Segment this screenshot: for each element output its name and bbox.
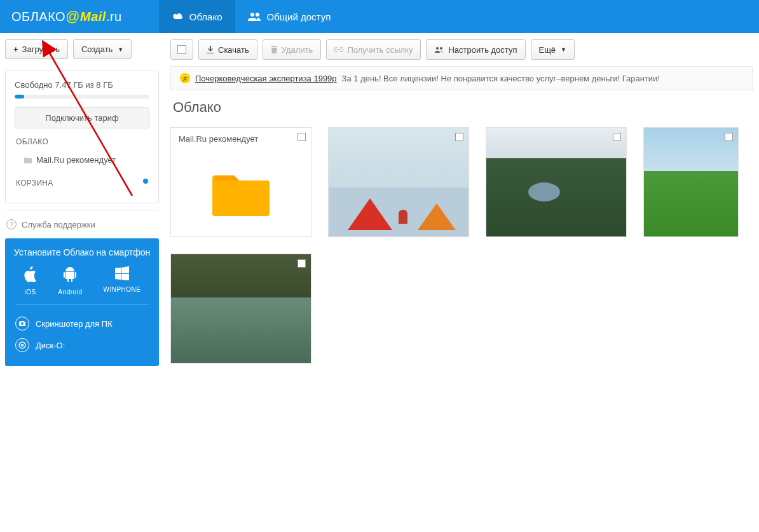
promo-android-label: Android [58,289,83,296]
storage-bar [15,95,149,99]
logo-text-2: Mail [80,10,106,24]
create-label: Создать [81,44,113,54]
tile-checkbox[interactable] [297,133,306,141]
tile-photo-2[interactable] [486,127,627,237]
download-button[interactable]: Скачать [198,39,257,60]
delete-button[interactable]: Удалить [263,39,322,60]
trash-section-label[interactable]: КОРЗИНА [16,179,53,188]
support-link[interactable]: ? Служба поддержки [5,210,159,238]
tile-checkbox[interactable] [613,133,621,141]
promo-disk-o[interactable]: Диск-О: [13,334,151,356]
android-icon [63,266,77,283]
people-icon [248,12,262,21]
svg-point-0 [250,13,254,17]
delete-label: Удалить [282,45,313,55]
camera-icon [15,317,29,331]
cloud-section-label: ОБЛАКО [16,137,148,146]
tile-label: Mail.Ru рекомендует [171,128,311,150]
promo-screenshoter[interactable]: Скриншотер для ПК [13,313,151,334]
promo-title: Установите Облако на смартфон [13,247,151,257]
tile-photo-1[interactable] [328,127,469,237]
upload-button[interactable]: + Загрузить [5,39,68,59]
tab-shared[interactable]: Общий доступ [235,0,344,33]
tile-checkbox[interactable] [455,133,463,141]
download-icon [207,46,214,53]
storage-fill [15,95,24,99]
svg-point-1 [256,13,259,17]
page-title: Облако [170,99,753,116]
tile-folder-recommended[interactable]: Mail.Ru рекомендует [170,127,311,237]
chevron-down-icon: ▼ [561,46,566,53]
promo-disk-label: Диск-О: [36,341,65,350]
more-label: Ещё [539,45,556,55]
svg-point-4 [22,344,24,346]
svg-point-3 [19,342,25,348]
tab-cloud-label: Облако [189,11,222,22]
trash-indicator-dot [143,179,148,184]
svg-point-5 [436,47,439,50]
logo-text-3: .ru [106,10,122,24]
tile-checkbox[interactable] [297,259,306,268]
more-button[interactable]: Ещё ▼ [531,39,575,60]
cloud-icon [172,12,184,21]
checkbox-icon [177,45,186,54]
ad-icon: я [180,73,190,83]
windows-icon [115,266,129,280]
link-icon [334,47,343,52]
storage-text: Свободно 7.47 ГБ из 8 ГБ [15,80,149,90]
get-link-label: Получить ссылку [347,45,413,55]
disk-icon [15,338,29,352]
main-content: Скачать Удалить Получить ссылку Настроит… [164,33,759,372]
sidebar: + Загрузить Создать ▼ Свободно 7.47 ГБ и… [0,33,164,372]
svg-point-2 [21,322,24,325]
storage-panel: Свободно 7.47 ГБ из 8 ГБ Подключить тари… [5,71,159,203]
share-label: Настроить доступ [448,45,517,55]
share-button[interactable]: Настроить доступ [426,39,525,60]
plus-icon: + [13,44,18,54]
ad-link[interactable]: Почерковедческая экспертиза 1999р [195,74,337,83]
promo-ios[interactable]: iOS [24,266,38,296]
folder-icon [24,156,32,164]
people-icon [434,46,444,53]
ad-banner[interactable]: я Почерковедческая экспертиза 1999р За 1… [170,66,753,90]
get-link-button[interactable]: Получить ссылку [326,39,421,60]
create-button[interactable]: Создать ▼ [73,39,132,59]
svg-point-6 [440,47,442,50]
mobile-promo: Установите Облако на смартфон iOS Androi… [5,238,159,366]
sidebar-item-label: Mail.Ru рекомендует [36,155,116,165]
download-label: Скачать [218,45,249,55]
upload-label: Загрузить [22,44,60,54]
trash-icon [271,46,278,53]
tab-cloud[interactable]: Облако [159,0,235,33]
logo-text-1: ОБЛАКО [11,10,65,24]
support-label: Служба поддержки [22,220,95,229]
select-all-checkbox[interactable] [170,39,193,60]
ad-text: За 1 день! Все лицензии! Не понравится к… [342,74,660,83]
tile-photo-3[interactable] [643,127,739,237]
sidebar-item-recommended[interactable]: Mail.Ru рекомендует [15,151,149,168]
question-icon: ? [6,219,17,229]
promo-android[interactable]: Android [58,266,83,296]
main-toolbar: Скачать Удалить Получить ссылку Настроит… [170,39,753,60]
nav-tabs: Облако Общий доступ [159,0,344,33]
file-grid: Mail.Ru рекомендует [170,127,753,364]
promo-winphone[interactable]: WINPHONE [103,266,140,296]
app-header: ОБЛАКО @ Mail .ru Облако Общий доступ [0,0,759,33]
promo-winphone-label: WINPHONE [103,286,140,293]
tile-photo-4[interactable] [170,254,311,364]
folder-large-icon [171,150,311,236]
tab-shared-label: Общий доступ [267,11,331,22]
apple-icon [24,266,38,283]
logo[interactable]: ОБЛАКО @ Mail .ru [0,8,133,25]
logo-at: @ [65,8,80,25]
chevron-down-icon: ▼ [118,46,123,53]
tile-checkbox[interactable] [725,133,733,141]
promo-ios-label: iOS [24,289,38,296]
tariff-button[interactable]: Подключить тариф [15,107,149,128]
promo-screenshoter-label: Скриншотер для ПК [36,319,113,329]
